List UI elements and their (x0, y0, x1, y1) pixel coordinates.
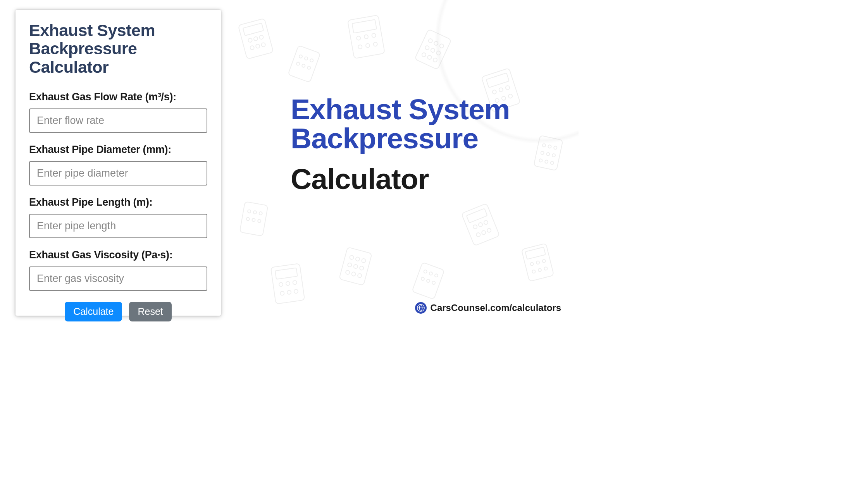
svg-point-83 (432, 281, 436, 285)
calculator-bg-icon (238, 199, 270, 239)
calculator-bg-icon (412, 27, 454, 72)
svg-point-76 (294, 289, 298, 294)
svg-point-79 (429, 271, 433, 275)
svg-point-68 (357, 273, 362, 278)
svg-point-94 (253, 211, 257, 214)
svg-point-81 (421, 277, 425, 281)
svg-point-54 (478, 222, 483, 227)
svg-point-21 (365, 43, 370, 48)
svg-point-27 (425, 45, 430, 50)
calculator-bg-icon (410, 260, 447, 302)
svg-point-61 (355, 257, 360, 261)
svg-rect-15 (348, 15, 385, 58)
svg-point-86 (530, 262, 534, 266)
svg-point-74 (280, 291, 284, 296)
length-label: Exhaust Pipe Length (m): (29, 196, 207, 208)
flow-rate-input[interactable] (29, 108, 207, 133)
button-row: Calculate Reset (29, 302, 207, 321)
svg-point-6 (255, 44, 260, 48)
svg-point-71 (279, 282, 283, 287)
svg-point-20 (358, 45, 363, 49)
svg-point-11 (310, 58, 313, 62)
svg-point-53 (473, 224, 478, 229)
svg-point-31 (427, 55, 432, 60)
svg-point-19 (372, 33, 376, 38)
svg-point-56 (476, 232, 481, 237)
form-group-viscosity: Exhaust Gas Viscosity (Pa·s): (29, 249, 207, 291)
svg-point-62 (361, 258, 366, 263)
svg-rect-34 (486, 73, 509, 88)
svg-point-88 (542, 259, 546, 263)
svg-point-97 (252, 218, 255, 222)
svg-point-89 (532, 270, 536, 273)
svg-point-91 (544, 267, 548, 271)
svg-point-90 (538, 268, 542, 272)
svg-point-10 (304, 57, 308, 60)
svg-rect-1 (243, 23, 264, 36)
calculator-bg-icon (519, 241, 556, 284)
svg-point-24 (428, 38, 433, 43)
footer-link[interactable]: CarsCounsel.com/calculators (415, 302, 561, 314)
svg-point-57 (481, 230, 486, 235)
svg-point-30 (421, 52, 426, 57)
svg-point-67 (351, 271, 356, 276)
svg-point-95 (259, 211, 262, 215)
svg-point-98 (258, 219, 261, 223)
calculator-bg-icon (337, 245, 374, 288)
svg-point-29 (436, 50, 441, 55)
diameter-input[interactable] (29, 161, 207, 186)
svg-point-26 (439, 43, 444, 48)
svg-point-2 (248, 38, 252, 43)
svg-rect-77 (412, 262, 444, 299)
hero-text: Exhaust System Backpressure Calculator (291, 95, 579, 194)
flow-rate-label: Exhaust Gas Flow Rate (m³/s): (29, 91, 207, 103)
svg-point-72 (286, 281, 290, 285)
calculator-bg-icon (286, 43, 323, 85)
viscosity-label: Exhaust Gas Viscosity (Pa·s): (29, 249, 207, 261)
svg-point-32 (432, 57, 437, 62)
calculate-button[interactable]: Calculate (65, 302, 122, 321)
svg-point-75 (287, 290, 291, 294)
svg-rect-59 (339, 247, 372, 285)
svg-point-7 (261, 42, 266, 47)
svg-point-37 (505, 85, 510, 90)
svg-rect-69 (271, 263, 305, 304)
viscosity-input[interactable] (29, 266, 207, 291)
svg-point-18 (364, 34, 369, 39)
svg-point-36 (499, 88, 504, 93)
svg-rect-85 (525, 247, 545, 259)
footer-url: CarsCounsel.com/calculators (431, 302, 561, 313)
svg-point-58 (487, 228, 492, 233)
svg-rect-84 (522, 243, 554, 281)
form-group-length: Exhaust Pipe Length (m): (29, 196, 207, 238)
svg-point-96 (246, 217, 250, 221)
reset-button[interactable]: Reset (129, 302, 171, 321)
calculator-bg-icon (459, 201, 502, 249)
svg-rect-23 (415, 29, 451, 70)
calculator-bg-icon (269, 261, 307, 306)
calculator-bg-icon (236, 16, 276, 61)
svg-point-28 (430, 48, 435, 53)
svg-point-65 (359, 266, 364, 270)
svg-point-82 (426, 279, 430, 283)
svg-point-78 (424, 270, 427, 273)
svg-point-93 (248, 210, 251, 213)
svg-point-17 (356, 36, 361, 41)
length-input[interactable] (29, 214, 207, 238)
calculator-bg-icon (345, 13, 387, 61)
svg-point-13 (301, 64, 305, 68)
svg-point-63 (347, 263, 352, 267)
svg-point-73 (293, 280, 297, 285)
svg-point-14 (307, 66, 311, 70)
form-group-flow-rate: Exhaust Gas Flow Rate (m³/s): (29, 91, 207, 133)
svg-point-22 (373, 42, 378, 46)
card-title: Exhaust System Backpressure Calculator (29, 21, 207, 76)
form-group-diameter: Exhaust Pipe Diameter (mm): (29, 144, 207, 186)
hero-subtitle: Calculator (291, 165, 579, 194)
svg-point-12 (296, 62, 300, 65)
globe-icon (415, 302, 427, 314)
svg-point-9 (299, 55, 303, 58)
svg-point-87 (536, 261, 540, 265)
diameter-label: Exhaust Pipe Diameter (mm): (29, 144, 207, 156)
svg-point-5 (250, 45, 255, 50)
